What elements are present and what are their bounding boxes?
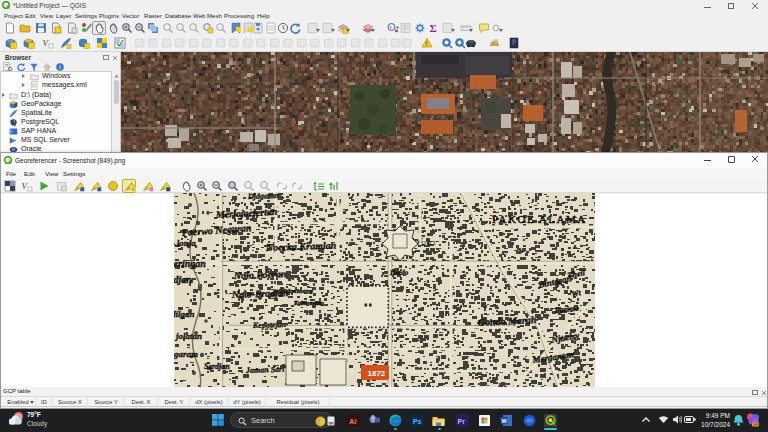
svg-text:Iloedo: Iloedo [389,269,409,277]
svg-text:Djagalan: Djagalan [247,193,280,201]
svg-text:Kepatejan: Kepatejan [252,320,287,330]
svg-text:V: V [43,38,50,48]
svg-text:W: W [502,418,508,424]
svg-text:!: ! [426,40,428,47]
svg-text:T: T [371,418,374,423]
svg-text:FORT: FORT [417,240,438,246]
svg-text:Σ: Σ [430,22,437,34]
svg-text:PAKOE ALAMA: PAKOE ALAMA [492,213,587,225]
svg-text:ndjan: ndjan [174,274,192,285]
svg-text:Ai: Ai [349,417,357,426]
svg-text:Noto-Pradjan: Noto-Pradjan [231,287,289,300]
svg-text:V: V [22,181,29,191]
svg-text:o.lonja: o.lonja [174,238,196,248]
svg-text:MB: MB [753,423,759,427]
svg-text:Nolo Poeran: Nolo Poeran [233,268,287,281]
svg-text:Ps: Ps [413,418,422,425]
svg-text:Pr: Pr [458,418,466,425]
svg-text:i: i [59,63,61,70]
svg-text:1872: 1872 [368,369,386,378]
svg-text:jolatan: jolatan [174,331,202,341]
svg-text:Serdjan: Serdjan [204,362,230,371]
svg-text:Kaboemang: Kaboemang [293,300,324,306]
svg-text:egaram: egaram [174,349,198,359]
svg-text:Seringan: Seringan [174,258,206,269]
svg-text:i: i [390,24,391,30]
svg-text:ndilgan: ndilgan [174,309,195,319]
svg-text:Jaman Sari: Jaman Sari [245,365,286,375]
